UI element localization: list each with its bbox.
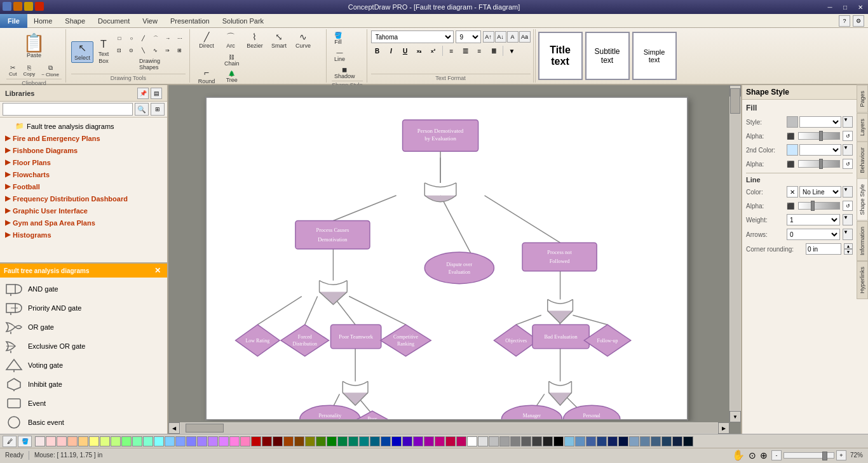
- round-connector-btn[interactable]: ⌐ Round: [195, 66, 218, 87]
- fill-alpha-thumb[interactable]: [819, 131, 823, 141]
- color-swatch[interactable]: [251, 436, 261, 446]
- zoom-slider-thumb[interactable]: [822, 452, 827, 460]
- color-swatch[interactable]: [575, 436, 585, 446]
- color-tool-bucket[interactable]: 🪣: [18, 436, 32, 447]
- shape-menu-item[interactable]: Shape: [58, 14, 92, 28]
- color-swatch[interactable]: [121, 436, 132, 446]
- library-item-flowcharts[interactable]: ▶Flowcharts: [0, 168, 167, 180]
- shape-r3-btn[interactable]: ⊙: [126, 44, 137, 56]
- hyperlinks-vtab[interactable]: Hyperlinks: [857, 261, 868, 299]
- color-swatch[interactable]: [229, 436, 240, 446]
- color-tool-pencil[interactable]: 🖉: [3, 436, 17, 447]
- color-swatch[interactable]: [424, 436, 434, 446]
- superscript-btn[interactable]: x²: [427, 45, 440, 57]
- hand-tool-btn[interactable]: ✋: [732, 449, 745, 461]
- line-weight-dropdown[interactable]: ▼: [843, 214, 853, 225]
- shape-r4-btn[interactable]: ╲: [138, 44, 149, 56]
- shape-rect-btn[interactable]: □: [114, 32, 125, 44]
- library-search-button[interactable]: 🔍: [135, 103, 149, 116]
- subtitle-text-style-btn[interactable]: Subtitletext: [585, 32, 630, 80]
- color-swatch[interactable]: [197, 436, 207, 446]
- clone-button[interactable]: ⧉ ~ Clone: [39, 63, 62, 79]
- title-text-style-btn[interactable]: Titletext: [538, 32, 583, 80]
- drawing-shapes-button[interactable]: DrawingShapes: [136, 57, 163, 72]
- arc-connector-btn[interactable]: ⌒ Arc: [219, 30, 242, 51]
- line-arrows-dropdown[interactable]: ▼: [843, 229, 853, 240]
- font-family-select[interactable]: Tahoma: [371, 30, 454, 43]
- smart-connector-btn[interactable]: ⤡ Smart: [268, 30, 290, 51]
- paste-button[interactable]: 📋 Paste: [17, 30, 51, 62]
- shape-item-xor-gate[interactable]: Exclusive OR gate: [3, 337, 165, 355]
- pages-vtab[interactable]: Pages: [857, 85, 868, 113]
- font-size-select[interactable]: 9: [456, 30, 481, 43]
- pin-libraries-btn[interactable]: 📌: [137, 88, 149, 99]
- fill-alpha-reset[interactable]: ↺: [843, 131, 853, 141]
- color-swatch[interactable]: [543, 436, 553, 446]
- curve-connector-btn[interactable]: ∿ Curve: [292, 30, 315, 51]
- align-right-btn[interactable]: ≡: [473, 45, 486, 57]
- shape-line-btn[interactable]: ╱: [138, 32, 149, 44]
- color-swatch[interactable]: [348, 436, 358, 446]
- color-swatch[interactable]: [154, 436, 164, 446]
- library-item-gui[interactable]: ▶Graphic User Interface: [0, 205, 167, 217]
- shape-curve-btn[interactable]: ⌒: [150, 32, 161, 44]
- line-weight-select[interactable]: 1: [787, 214, 840, 225]
- underline-btn[interactable]: U: [399, 45, 412, 57]
- library-item-fishbone[interactable]: ▶Fishbone Diagrams: [0, 144, 167, 156]
- color-swatch[interactable]: [435, 436, 445, 446]
- shape-item-priority-and[interactable]: Priority AND gate: [3, 299, 165, 317]
- copy-button[interactable]: ⎘ Copy: [20, 63, 37, 79]
- color-swatch[interactable]: [629, 436, 639, 446]
- library-item-gym[interactable]: ▶Gym and Spa Area Plans: [0, 217, 167, 229]
- italic-btn[interactable]: I: [385, 45, 398, 57]
- chain-connector-btn[interactable]: ⛓ Chain: [222, 53, 242, 68]
- color-swatch[interactable]: [413, 436, 423, 446]
- behaviour-vtab[interactable]: Behaviour: [857, 142, 868, 179]
- maximize-button[interactable]: □: [837, 0, 853, 14]
- color-swatch[interactable]: [57, 436, 67, 446]
- line-color-x[interactable]: ✕: [787, 186, 798, 198]
- library-item-football[interactable]: ▶Football: [0, 180, 167, 192]
- font-reset-btn[interactable]: A: [507, 31, 519, 43]
- solution-park-menu-item[interactable]: Solution Park: [216, 14, 270, 28]
- color-swatch[interactable]: [553, 436, 564, 446]
- tree-connector-btn[interactable]: 🌲 Tree: [222, 69, 242, 84]
- color-swatch[interactable]: [175, 436, 186, 446]
- color-swatch[interactable]: [240, 436, 250, 446]
- diagram-canvas[interactable]: Person Demotivated by Evaluation Process…: [205, 97, 688, 420]
- align-left-btn[interactable]: ≡: [445, 45, 458, 57]
- shape-r2-btn[interactable]: ⊡: [114, 44, 125, 56]
- font-increase-btn[interactable]: A↑: [483, 31, 494, 43]
- color-swatch[interactable]: [165, 436, 175, 446]
- document-menu-item[interactable]: Document: [92, 14, 136, 28]
- shape-item-or-gate[interactable]: OR gate: [3, 318, 165, 336]
- color-swatch[interactable]: [359, 436, 369, 446]
- line-alpha-thumb[interactable]: [811, 201, 815, 211]
- color-swatch[interactable]: [564, 436, 574, 446]
- minimize-button[interactable]: ─: [822, 0, 837, 14]
- line-color-select[interactable]: No Line: [799, 186, 841, 198]
- more-format-btn[interactable]: ▼: [506, 45, 519, 57]
- library-item-fire[interactable]: ▶Fire and Emergency Plans: [0, 132, 167, 144]
- color-swatch[interactable]: [640, 436, 650, 446]
- color-swatch[interactable]: [305, 436, 315, 446]
- color-swatch[interactable]: [262, 436, 272, 446]
- color-swatch[interactable]: [456, 436, 466, 446]
- shape-r7-btn[interactable]: ⊞: [174, 44, 186, 56]
- line-arrows-select[interactable]: 0: [787, 229, 840, 240]
- color-swatch[interactable]: [532, 436, 542, 446]
- window-controls[interactable]: ─ □ ✕: [822, 0, 868, 14]
- color-swatch[interactable]: [391, 436, 402, 446]
- color-swatch[interactable]: [294, 436, 304, 446]
- fill-alpha2-reset[interactable]: ↺: [843, 159, 853, 169]
- color-swatch[interactable]: [186, 436, 196, 446]
- color-swatch[interactable]: [316, 436, 326, 446]
- scroll-down-btn[interactable]: ▼: [729, 411, 741, 422]
- fill-color2-dropdown-btn[interactable]: ▼: [843, 144, 853, 156]
- color-swatch[interactable]: [683, 436, 693, 446]
- simple-text-style-btn[interactable]: Simpletext: [632, 32, 677, 80]
- corner-down-btn[interactable]: ▼: [844, 249, 853, 255]
- color-swatch[interactable]: [467, 436, 477, 446]
- color-swatch[interactable]: [132, 436, 142, 446]
- color-swatch[interactable]: [46, 436, 56, 446]
